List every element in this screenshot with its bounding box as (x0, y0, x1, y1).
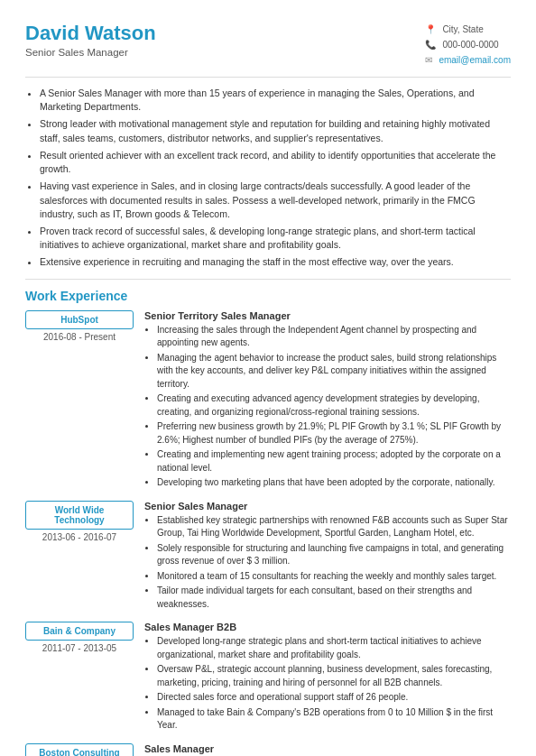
job-entry: Boston Consulting Group2006-04 - 2011-06… (25, 743, 511, 756)
job-title: Sales Manager B2B (144, 622, 511, 632)
job-title: Senior Territory Sales Manager (144, 310, 511, 321)
work-experience-section: Work Experience HubSpot2016-08 - Present… (25, 289, 511, 756)
jobs-container: HubSpot2016-08 - PresentSenior Territory… (25, 310, 511, 756)
summary-bullet: Proven track record of successful sales,… (40, 225, 511, 252)
job-left-col: Bain & Company2011-07 - 2013-05 (25, 622, 134, 734)
company-badge: Boston Consulting Group (25, 743, 134, 756)
location-icon: 📍 (425, 22, 436, 37)
contact-info: 📍 City, State 📞 000-000-0000 ✉ email@ema… (425, 22, 511, 68)
company-badge: HubSpot (25, 310, 134, 329)
job-bullets: Developed long-range strategic plans and… (144, 635, 511, 733)
job-right-col: Sales ManagerResponsible for the sales a… (144, 743, 511, 756)
phone-icon: 📞 (425, 37, 436, 52)
contact-location: City, State (442, 22, 483, 37)
job-bullet: Tailor made individual targets for each … (157, 585, 511, 611)
company-badge: Bain & Company (25, 622, 134, 641)
job-bullet: Developed long-range strategic plans and… (157, 635, 511, 661)
contact-email[interactable]: email@email.com (439, 52, 511, 68)
job-dates: 2016-08 - Present (25, 332, 134, 342)
candidate-name: David Watson (25, 22, 156, 45)
job-entry: HubSpot2016-08 - PresentSenior Territory… (25, 310, 511, 492)
phone-row: 📞 000-000-0000 (425, 37, 511, 52)
header-name-block: David Watson Senior Sales Manager (25, 22, 156, 58)
job-bullets: Increasing the sales through the Indepen… (144, 324, 511, 490)
job-title: Sales Manager (144, 743, 511, 754)
location-row: 📍 City, State (425, 22, 511, 37)
summary-bullet: Having vast experience in Sales, and in … (40, 180, 511, 221)
job-right-col: Senior Sales ManagerEstablished key stra… (144, 501, 511, 613)
company-badge: World Wide Technology (25, 501, 134, 530)
job-entry: Bain & Company2011-07 - 2013-05Sales Man… (25, 622, 511, 734)
job-bullet: Directed sales force and operational sup… (157, 691, 511, 705)
resume-header: David Watson Senior Sales Manager 📍 City… (25, 22, 511, 68)
email-row: ✉ email@email.com (425, 52, 511, 68)
summary-bullet: Strong leader with motivational manageme… (40, 117, 511, 144)
job-bullet: Solely responsible for structuring and l… (157, 542, 511, 568)
job-right-col: Sales Manager B2BDeveloped long-range st… (144, 622, 511, 734)
work-experience-title: Work Experience (25, 289, 511, 303)
job-bullet: Creating and executing advanced agency d… (157, 392, 511, 419)
header-divider (25, 77, 511, 78)
summary-list: A Senior Sales Manager with more than 15… (25, 87, 511, 270)
email-icon: ✉ (425, 52, 432, 68)
job-bullet: Preferring new business growth by 21.9%;… (157, 420, 511, 447)
job-dates: 2013-06 - 2016-07 (25, 532, 134, 542)
job-entry: World Wide Technology2013-06 - 2016-07Se… (25, 501, 511, 613)
contact-phone: 000-000-0000 (442, 37, 498, 52)
job-bullet: Managing the agent behavior to increase … (157, 352, 511, 392)
summary-bullet: Extensive experience in recruiting and m… (40, 255, 511, 269)
job-bullet: Developing two marketing plans that have… (157, 476, 511, 490)
summary-divider (25, 279, 511, 280)
job-bullet: Managed to take Bain & Company's B2B ope… (157, 706, 511, 733)
job-right-col: Senior Territory Sales ManagerIncreasing… (144, 310, 511, 492)
summary-bullet: Result oriented achiever with an excelle… (40, 149, 511, 176)
job-bullet: Oversaw P&L, strategic account planning,… (157, 663, 511, 689)
job-bullet: Creating and implementing new agent trai… (157, 448, 511, 475)
job-left-col: Boston Consulting Group2006-04 - 2011-06 (25, 743, 134, 756)
candidate-title: Senior Sales Manager (25, 47, 156, 58)
job-bullet: Established key strategic partnerships w… (157, 514, 511, 540)
job-left-col: World Wide Technology2013-06 - 2016-07 (25, 501, 134, 613)
job-left-col: HubSpot2016-08 - Present (25, 310, 134, 492)
job-bullet: Increasing the sales through the Indepen… (157, 324, 511, 350)
job-title: Senior Sales Manager (144, 501, 511, 512)
job-bullets: Established key strategic partnerships w… (144, 514, 511, 612)
summary-bullet: A Senior Sales Manager with more than 15… (40, 87, 511, 114)
job-dates: 2011-07 - 2013-05 (25, 643, 134, 653)
job-bullet: Monitored a team of 15 consultants for r… (157, 570, 511, 584)
summary-section: A Senior Sales Manager with more than 15… (25, 87, 511, 270)
